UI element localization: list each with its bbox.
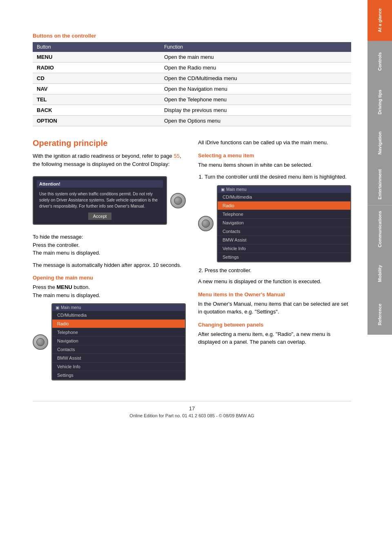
sidebar-tab-entertainment[interactable]: Entertainment: [368, 163, 392, 205]
table-cell-button: RADIO: [33, 63, 160, 73]
changing-panels-subtitle: Changing between panels: [198, 322, 351, 328]
sidebar-tab-navigation[interactable]: Navigation: [368, 123, 392, 163]
knob-inner2: [36, 338, 45, 346]
table-cell-button: NAV: [33, 84, 160, 94]
menu-item[interactable]: Telephone: [52, 328, 185, 337]
controller-knob-left2: [33, 334, 48, 350]
main-menu-left: ▣ Main menu CD/MultimediaRadioTelephoneN…: [51, 303, 186, 380]
selecting-menu-item-text: The menu items shown in white can be sel…: [198, 161, 351, 169]
table-cell-function: Open the Telephone menu: [160, 94, 351, 105]
table-row: TELOpen the Telephone menu: [33, 94, 351, 105]
table-cell-button: TEL: [33, 94, 160, 105]
intro-text: With the ignition at radio readiness or …: [33, 152, 186, 168]
all-idrive-text: All iDrive functions can be called up vi…: [198, 139, 351, 147]
attention-body: Use this system only when traffic condit…: [37, 190, 163, 210]
table-cell-function: Open the Navigation menu: [160, 84, 351, 94]
buttons-section-title: Buttons on the controller: [33, 33, 351, 39]
menu-item[interactable]: CD/Multimedia: [218, 193, 350, 201]
menu-icon-right: ▣: [221, 187, 225, 192]
operating-principle-section: Operating principle With the ignition at…: [33, 139, 351, 385]
opening-main-menu-subtitle: Opening the main menu: [33, 275, 186, 281]
table-row: RADIOOpen the Radio menu: [33, 63, 351, 73]
step-2: Press the controller.: [205, 266, 351, 275]
menu-item[interactable]: Navigation: [218, 219, 350, 227]
table-cell-function: Open the Options menu: [160, 116, 351, 126]
knob-inner3: [202, 219, 210, 228]
table-row: MENUOpen the main menu: [33, 52, 351, 63]
attention-header: Attention!: [37, 180, 163, 188]
owners-manual-subtitle: Menu items in the Owner's Manual: [198, 291, 351, 298]
menu-item[interactable]: Contacts: [218, 227, 350, 236]
knob-circle: [170, 193, 186, 208]
step-2-result: A new menu is displayed or the function …: [198, 278, 351, 286]
menu-item[interactable]: Vehicle Info: [218, 244, 350, 253]
selecting-steps: Turn the controller until the desired me…: [198, 173, 351, 181]
attention-screen-wrapper: Attention! Use this system only when tra…: [33, 172, 186, 229]
table-cell-button: CD: [33, 73, 160, 84]
main-menu-right: ▣ Main menu CD/MultimediaRadioTelephoneN…: [217, 185, 351, 262]
right-column: All iDrive functions can be called up vi…: [198, 139, 351, 385]
menu-item[interactable]: CD/Multimedia: [52, 311, 185, 320]
attention-screen: Attention! Use this system only when tra…: [33, 176, 167, 225]
left-column: Operating principle With the ignition at…: [33, 139, 186, 385]
menu-item[interactable]: Settings: [52, 371, 185, 380]
menu-item[interactable]: Telephone: [218, 210, 350, 219]
menu-item[interactable]: Vehicle Info: [52, 363, 185, 371]
sidebar-tab-at-glance[interactable]: At a glance: [368, 0, 392, 41]
menu-item[interactable]: Radio: [52, 320, 185, 328]
table-row: OPTIONOpen the Options menu: [33, 116, 351, 126]
knob-inner: [174, 197, 182, 205]
table-cell-function: Open the CD/Multimedia menu: [160, 73, 351, 84]
menu-item[interactable]: BMW Assist: [52, 354, 185, 363]
auto-hide-text: The message is automatically hidden afte…: [33, 261, 186, 269]
page-number: 17: [33, 405, 351, 412]
controller-knob-left: [170, 172, 186, 229]
menu-item[interactable]: Radio: [218, 201, 350, 210]
table-row: CDOpen the CD/Multimedia menu: [33, 73, 351, 84]
owners-manual-text: In the Owner's Manual, menu items that c…: [198, 300, 351, 316]
knob-circle2: [33, 334, 48, 350]
page-footer: 17 Online Edition for Part no. 01 41 2 6…: [33, 401, 351, 418]
menu-icon-left: ▣: [56, 305, 59, 310]
sidebar-tab-mobility[interactable]: Mobility: [368, 253, 392, 294]
sidebar-tab-driving-tips[interactable]: Driving tips: [368, 82, 392, 123]
menu-item[interactable]: Navigation: [52, 337, 185, 345]
sidebar: At a glance Controls Driving tips Naviga…: [368, 0, 392, 555]
table-cell-button: MENU: [33, 52, 160, 63]
table-header-button: Button: [33, 42, 160, 52]
menu-item[interactable]: BMW Assist: [218, 236, 350, 244]
opening-main-menu-text: Press the MENU button. The main menu is …: [33, 283, 186, 299]
step-2-list: Press the controller.: [198, 266, 351, 275]
controller-knob-right: [198, 216, 214, 231]
sidebar-tab-reference[interactable]: Reference: [368, 294, 392, 335]
knob-circle3: [198, 216, 214, 231]
operating-principle-title: Operating principle: [33, 139, 186, 148]
sidebar-tab-controls[interactable]: Controls: [368, 41, 392, 82]
menu-header-right: ▣ Main menu: [218, 186, 350, 193]
menu-bold: MENU: [57, 284, 72, 290]
menu-title-left: Main menu: [61, 305, 81, 310]
table-cell-function: Open the main menu: [160, 52, 351, 63]
table-row: NAVOpen the Navigation menu: [33, 84, 351, 94]
selecting-menu-item-subtitle: Selecting a menu item: [198, 152, 351, 159]
table-cell-function: Display the previous menu: [160, 105, 351, 116]
table-row: BACKDisplay the previous menu: [33, 105, 351, 116]
buttons-section: Buttons on the controller Button Functio…: [33, 33, 351, 126]
menu-header-left: ▣ Main menu: [52, 304, 185, 311]
changing-panels-text: After selecting a menu item, e.g. "Radio…: [198, 330, 351, 346]
sidebar-tab-communications[interactable]: Communications: [368, 205, 392, 253]
menu-title-right: Main menu: [226, 187, 246, 192]
main-menu-right-wrapper: ▣ Main menu CD/MultimediaRadioTelephoneN…: [198, 185, 351, 262]
hide-message-text: To hide the message: Press the controlle…: [33, 233, 186, 257]
footer-text: Online Edition for Part no. 01 41 2 603 …: [33, 413, 351, 418]
accept-button[interactable]: Accept: [88, 213, 112, 220]
table-cell-button: OPTION: [33, 116, 160, 126]
table-cell-function: Open the Radio menu: [160, 63, 351, 73]
table-cell-button: BACK: [33, 105, 160, 116]
menu-item[interactable]: Settings: [218, 253, 350, 262]
page-link[interactable]: 55: [174, 153, 179, 159]
main-menu-left-wrapper: ▣ Main menu CD/MultimediaRadioTelephoneN…: [33, 303, 186, 380]
menu-item[interactable]: Contacts: [52, 345, 185, 354]
step-1: Turn the controller until the desired me…: [205, 173, 351, 181]
table-header-function: Function: [160, 42, 351, 52]
